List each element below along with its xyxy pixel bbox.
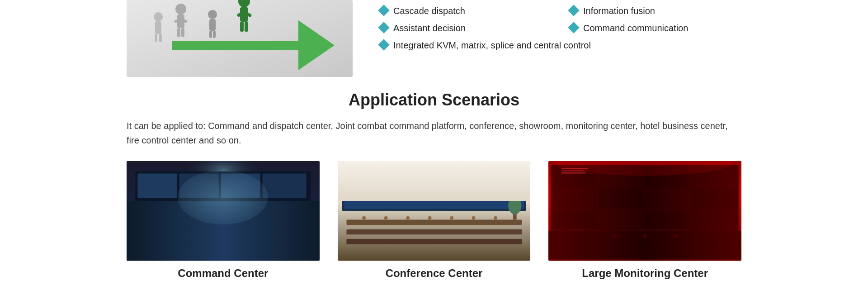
svg-rect-7 xyxy=(181,28,184,37)
svg-rect-9 xyxy=(155,21,161,34)
diamond-icon-5 xyxy=(378,39,389,50)
svg-point-18 xyxy=(208,10,217,19)
svg-rect-58 xyxy=(553,167,597,187)
svg-rect-74 xyxy=(548,231,741,259)
diamond-icon-1 xyxy=(378,5,389,16)
svg-point-2 xyxy=(175,4,186,14)
svg-point-75 xyxy=(612,234,617,238)
feature-command-communication: Command communication xyxy=(570,22,741,34)
svg-point-52 xyxy=(472,216,475,220)
svg-rect-20 xyxy=(209,31,212,38)
svg-rect-65 xyxy=(691,189,737,209)
svg-rect-45 xyxy=(346,229,522,235)
svg-point-77 xyxy=(674,234,678,238)
svg-point-8 xyxy=(154,12,163,21)
svg-point-23 xyxy=(170,161,276,206)
app-scenarios-section: Application Scenarios It can be applied … xyxy=(0,91,868,286)
top-section: Cascade dispatch Information fusion Assi… xyxy=(0,0,868,77)
svg-point-33 xyxy=(256,219,260,224)
features-grid: Cascade dispatch Information fusion Assi… xyxy=(380,0,741,52)
svg-rect-72 xyxy=(561,172,585,174)
svg-rect-6 xyxy=(177,28,180,37)
svg-rect-21 xyxy=(213,31,216,38)
svg-rect-68 xyxy=(645,211,689,229)
scenario-card-monitoring: Large Monitoring Center IP camera can di… xyxy=(548,161,741,286)
svg-rect-11 xyxy=(159,34,162,42)
diamond-icon-2 xyxy=(568,5,579,16)
svg-point-48 xyxy=(384,216,387,220)
feature-label-information-fusion: Information fusion xyxy=(583,5,655,17)
svg-point-53 xyxy=(494,216,497,220)
svg-point-49 xyxy=(406,216,410,220)
svg-rect-69 xyxy=(691,211,737,229)
svg-point-47 xyxy=(362,216,366,220)
feature-label-command-communication: Command communication xyxy=(583,22,688,34)
svg-rect-19 xyxy=(209,19,216,31)
feature-label-integrated-kvm: Integrated KVM, matrix, splice and centr… xyxy=(393,39,591,52)
svg-rect-63 xyxy=(599,189,643,209)
svg-point-76 xyxy=(643,234,647,238)
svg-rect-43 xyxy=(344,178,524,209)
svg-rect-71 xyxy=(561,170,583,172)
svg-rect-46 xyxy=(346,239,522,244)
scenario-desc-conference: Conference communication, dispatch, and … xyxy=(354,283,514,286)
diamond-icon-4 xyxy=(568,22,579,33)
svg-point-50 xyxy=(428,216,431,220)
svg-rect-44 xyxy=(346,219,522,225)
svg-rect-26 xyxy=(179,174,218,198)
scenario-image-command xyxy=(127,161,320,261)
svg-rect-57 xyxy=(551,165,739,230)
scenario-title-monitoring: Large Monitoring Center xyxy=(582,267,708,280)
svg-rect-41 xyxy=(486,162,493,180)
svg-point-51 xyxy=(450,216,453,220)
svg-point-55 xyxy=(508,197,521,214)
feature-label-assistant-decision: Assistant decision xyxy=(393,22,466,34)
svg-rect-39 xyxy=(425,162,432,180)
hero-image xyxy=(127,0,353,77)
feature-assistant-decision: Assistant decision xyxy=(380,22,552,34)
svg-rect-38 xyxy=(395,162,401,180)
svg-rect-59 xyxy=(599,167,643,187)
svg-rect-64 xyxy=(645,189,689,209)
svg-rect-66 xyxy=(553,211,597,229)
scenario-title-conference: Conference Center xyxy=(386,267,483,280)
svg-rect-25 xyxy=(137,174,177,198)
svg-rect-29 xyxy=(144,224,302,231)
svg-rect-40 xyxy=(456,162,462,180)
hero-image-container xyxy=(127,0,353,77)
svg-rect-30 xyxy=(144,235,302,242)
scenario-title-command: Command Center xyxy=(178,267,268,280)
svg-point-73 xyxy=(557,161,733,176)
svg-rect-10 xyxy=(155,34,157,42)
page-wrapper: Cascade dispatch Information fusion Assi… xyxy=(0,0,868,286)
svg-rect-62 xyxy=(553,189,597,209)
svg-rect-67 xyxy=(599,211,643,229)
feature-information-fusion: Information fusion xyxy=(570,5,741,17)
feature-integrated-kvm: Integrated KVM, matrix, splice and centr… xyxy=(380,39,741,52)
scenario-desc-command: Real-time display of dynamic information… xyxy=(140,283,306,286)
svg-point-31 xyxy=(168,219,173,224)
svg-point-32 xyxy=(212,219,217,224)
svg-rect-37 xyxy=(364,162,371,180)
svg-rect-17 xyxy=(245,22,248,32)
scenario-image-monitoring xyxy=(548,161,741,261)
feature-label-cascade-dispatch: Cascade dispatch xyxy=(393,5,465,17)
svg-rect-16 xyxy=(240,22,244,32)
svg-rect-28 xyxy=(263,174,307,198)
scenario-card-command: Command Center Real-time display of dyna… xyxy=(127,161,320,286)
svg-rect-60 xyxy=(645,167,689,187)
diamond-icon-3 xyxy=(378,22,389,33)
svg-point-35 xyxy=(234,230,239,234)
scenario-desc-monitoring: IP camera can directly display the real-… xyxy=(560,283,730,286)
scenarios-grid: Command Center Real-time display of dyna… xyxy=(127,161,741,286)
svg-rect-56 xyxy=(548,162,741,259)
feature-cascade-dispatch: Cascade dispatch xyxy=(380,5,552,17)
svg-rect-27 xyxy=(221,174,260,198)
scenario-image-conference xyxy=(338,161,531,261)
section-description: It can be applied to: Command and dispat… xyxy=(127,119,741,148)
scenario-card-conference: Conference Center Conference communicati… xyxy=(338,161,531,286)
svg-point-34 xyxy=(190,230,195,234)
svg-rect-70 xyxy=(561,168,588,169)
section-title: Application Scenarios xyxy=(127,91,741,110)
svg-rect-61 xyxy=(691,167,737,187)
